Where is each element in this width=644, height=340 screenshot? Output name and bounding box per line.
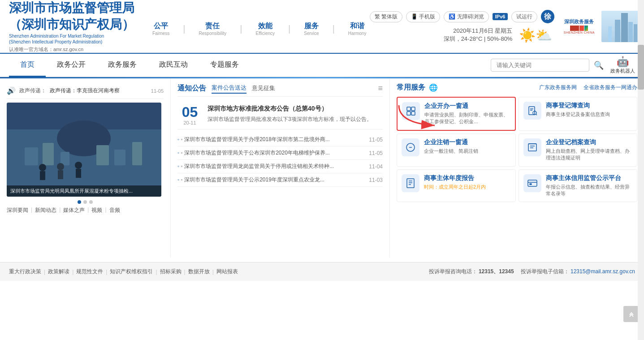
services-header: 常用服务 🌐 广东政务服务网 全省政务服务一网通办 (397, 83, 637, 92)
guangdong-service-link[interactable]: 广东政务服务网 (539, 84, 577, 91)
service-icon-annual (402, 174, 419, 192)
trial-run-btn[interactable]: 试运行 (511, 11, 537, 22)
news-link-dynamics[interactable]: 新闻动态 (35, 207, 56, 214)
broadcast-text[interactable]: 政声传递：李克强在河南考察 (50, 87, 147, 95)
footer-link-policy[interactable]: 重大行政决策 (9, 268, 41, 275)
footer-link-normative[interactable]: 规范性文件 (76, 268, 103, 275)
header-middle: 公平 Fairness | 责任 Responsibility | 效能 Eff… (152, 17, 366, 36)
service-icon-qiye (402, 102, 420, 120)
search-button[interactable]: 🔍 (594, 60, 604, 70)
notice-main-desc: 深圳市场监督管理局批准发布以下3项深圳市地方标准，现予以公告。 (207, 115, 383, 124)
news-link-video[interactable]: 视频 (91, 207, 102, 214)
news-link-shenzhen[interactable]: 深圳要闻 (7, 207, 28, 214)
shenzhen-gov-logo: 深圳政务服务 SHENZHEN CHINA (559, 19, 599, 34)
nav-special[interactable]: 专题服务 (199, 54, 250, 77)
notice-header: 通知公告 案件公告送达 意见征集 ≡ (177, 83, 383, 97)
footer-complaint: 投诉举报咨询电话： 12315、12345 投诉举报电子信箱： 12315@ma… (429, 268, 635, 275)
footer-link-open-data[interactable]: 数据开放 (188, 268, 210, 275)
complaint-email-label: 投诉举报电子信箱： 12315@mail.amr.sz.gov.cn (521, 268, 635, 275)
services-grid: 企业开办一窗通 申请营业执照、刻制印章、申领发票、员工参保登记、公积金... (397, 97, 637, 202)
dot-3[interactable] (89, 200, 93, 204)
news-link-audio[interactable]: 音频 (109, 207, 120, 214)
notice-link-2[interactable]: ◦ 深圳市市场监督管理局龙岗监管局关于停用或注销相关术特种... (177, 163, 357, 170)
notice-link-0[interactable]: ◦ 深圳市市场监督管理局关于办理2018年深圳市第二批境外商... (177, 136, 357, 143)
all-province-service-link[interactable]: 全省政务服务一网通办 (583, 84, 637, 91)
carousel-dots (7, 200, 164, 204)
search-area: 🔍 (491, 59, 604, 72)
notice-link-1[interactable]: ◦ 深圳市市场监督管理局关于公布深圳市2020年电梯维护保养... (177, 149, 357, 157)
service-desc-archive: 网上自助查档、网上受理申请查档、办理违法违规证明 (546, 148, 633, 162)
service-content-shangshi: 商事登记簿查询 商事主体登记及备案信息查询 (546, 102, 633, 118)
footer-link-report[interactable]: 网站报表 (216, 268, 238, 275)
service-annual-report[interactable]: 商事主体年度报告 时间：成立周年之日起2月内 (397, 169, 516, 202)
service-desc-cancel: 企业一般注销、简易注销 (424, 148, 511, 155)
service-content-qiye: 企业开办一窗通 申请营业执照、刻制印章、申领发票、员工参保登记、公积金... (424, 102, 510, 125)
scrollbar-thumb[interactable] (638, 45, 644, 90)
robot-button[interactable]: 🤖 政务机器人 (610, 56, 635, 74)
nav-gov-open[interactable]: 政务公开 (46, 54, 97, 77)
footer-link-interpretation[interactable]: 政策解读 (48, 268, 69, 275)
svg-rect-15 (40, 171, 45, 180)
traditional-chinese-btn[interactable]: 繁 繁体版 (370, 11, 402, 22)
notice-link-3[interactable]: ◦ 深圳市市场监督管理局关于公示2019年度深圳重点农业龙... (177, 176, 357, 184)
notice-date-1: 11-05 (365, 150, 383, 156)
notice-main-title[interactable]: 深圳市地方标准批准发布公告（总第40号） (207, 105, 383, 113)
service-qiye-window[interactable]: 企业开办一窗通 申请营业执照、刻制印章、申领发票、员工参保登记、公积金... (397, 97, 516, 131)
nav-gov-service[interactable]: 政务服务 (97, 54, 148, 77)
news-link-media[interactable]: 媒体之声 (63, 207, 85, 214)
services-external-links: 广东政务服务网 全省政务服务一网通办 (539, 84, 637, 91)
mobile-btn[interactable]: 📱 手机版 (406, 11, 440, 22)
service-content-credit: 商事主体信用监管公示平台 年报公示信息、抽查检查结果、经营异常名录等 (546, 174, 633, 198)
notice-main-date-sub: 20-11 (177, 120, 202, 125)
header-right: 繁 繁体版 📱 手机版 ♿ 无障碍浏览 IPv6 试运行 徐 2020年11月6… (366, 10, 554, 43)
service-qiye-cancel[interactable]: 企业注销一窗通 企业一般注销、简易注销 (397, 133, 516, 167)
nav-interaction[interactable]: 政民互动 (148, 54, 199, 77)
notice-item-2: ◦ 深圳市市场监督管理局龙岗监管局关于停用或注销相关术特种... 11-04 (177, 160, 383, 173)
brand-right: 深圳政务服务 SHENZHEN CHINA (559, 11, 644, 42)
svg-line-27 (536, 114, 537, 115)
nav-home[interactable]: 首页 (9, 54, 46, 77)
dot-1[interactable] (78, 200, 81, 204)
sz-icon: 徐 (541, 10, 554, 23)
org-title-line1: 深圳市市场监督管理局 (9, 0, 152, 16)
dot-2[interactable] (83, 200, 87, 204)
accessibility-btn[interactable]: ♿ 无障碍浏览 (444, 11, 488, 22)
service-icon-credit (523, 174, 541, 192)
services-title: 常用服务 (397, 83, 425, 92)
broadcast-date: 11-05 (151, 88, 164, 94)
service-content-annual: 商事主体年度报告 时间：成立周年之日起2月内 (424, 174, 511, 190)
date-display: 2020年11月6日 星期五 (444, 27, 513, 35)
notice-tab-opinions[interactable]: 意见征集 (252, 83, 275, 93)
broadcast-icon: 🔊 (7, 86, 16, 95)
service-shangshi-query[interactable]: 商事登记簿查询 商事主体登记及备案信息查询 (519, 97, 638, 131)
domain-label: 认准唯一官方域名：amr.sz.gov.cn (9, 46, 152, 53)
notice-date-3: 11-03 (365, 177, 383, 183)
service-desc-qiye: 申请营业执照、刻制印章、申领发票、员工参保登记、公积金... (424, 112, 510, 125)
service-content-archive: 企业登记档案查询 网上自助查档、网上受理申请查档、办理违法违规证明 (546, 138, 633, 162)
notice-title: 通知公告 (177, 84, 206, 93)
svg-rect-19 (76, 169, 81, 178)
value-fairness: 公平 Fairness (152, 22, 169, 36)
header-tools: 繁 繁体版 📱 手机版 ♿ 无障碍浏览 IPv6 试运行 徐 (370, 10, 555, 23)
service-desc-shangshi: 商事主体登记及备案信息查询 (546, 111, 633, 118)
svg-rect-13 (132, 142, 142, 165)
svg-rect-42 (530, 184, 532, 185)
svg-rect-40 (528, 180, 537, 186)
svg-rect-32 (528, 144, 536, 151)
footer-link-procurement[interactable]: 招标采购 (160, 268, 182, 275)
service-content-cancel: 企业注销一窗通 企业一般注销、简易注销 (424, 138, 511, 155)
notice-tab-cases[interactable]: 案件公告送达 (212, 83, 246, 94)
service-name-archive: 企业登记档案查询 (546, 138, 633, 146)
service-enterprise-archive[interactable]: 企业登记档案查询 网上自助查档、网上受理申请查档、办理违法违规证明 (519, 133, 638, 167)
footer-link-ipr[interactable]: 知识产权维权指引 (110, 268, 153, 275)
svg-rect-3 (634, 24, 637, 42)
search-input[interactable] (491, 59, 589, 72)
notice-menu-icon[interactable]: ≡ (378, 84, 383, 92)
service-credit-platform[interactable]: 商事主体信用监管公示平台 年报公示信息、抽查检查结果、经营异常名录等 (519, 169, 638, 202)
org-subtitle-en2: (Shenzhen Intellectual Property Administ… (9, 39, 152, 44)
notice-item-1: ◦ 深圳市市场监督管理局关于公布深圳市2020年电梯维护保养... 11-05 (177, 146, 383, 160)
service-icon-archive (523, 138, 541, 156)
broadcast-bar: 🔊 政声传递： 政声传递：李克强在河南考察 11-05 (7, 83, 164, 99)
service-name-credit: 商事主体信用监管公示平台 (546, 174, 633, 182)
svg-point-14 (39, 164, 46, 171)
